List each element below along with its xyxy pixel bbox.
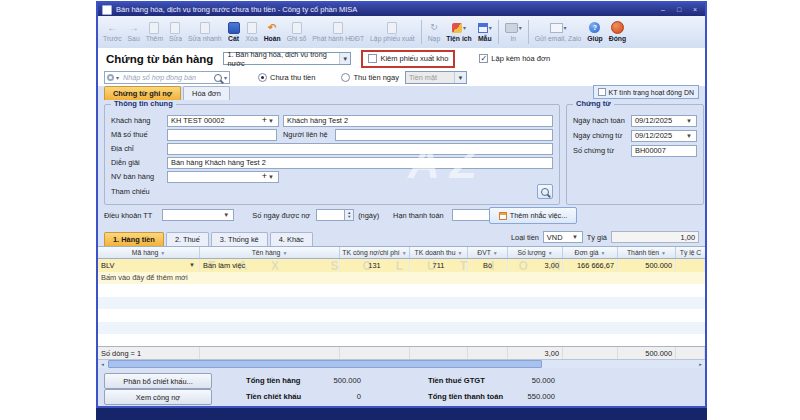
doc-no-field[interactable]: BH00007 — [631, 145, 697, 157]
payment-method-select[interactable]: Tiền mặt ▼ — [405, 71, 467, 84]
column-header-tk-doanh-thu[interactable]: TK doanh thu▼ — [410, 247, 468, 258]
edit-document-icon — [170, 22, 180, 34]
doc-type-select[interactable]: 1. Bán hàng hóa, dịch vụ trong nước ▼ — [223, 52, 351, 65]
tab-thue[interactable]: 2. Thuế — [166, 232, 209, 246]
discount-value: 0 — [266, 392, 361, 401]
radio-thu-tien-ngay[interactable] — [341, 73, 350, 82]
chevron-down-icon[interactable]: ▼ — [685, 133, 693, 139]
posting-date-field[interactable]: 09/12/2025 ▼ — [631, 115, 697, 127]
salesperson-label: NV bán hàng — [111, 172, 167, 181]
customer-name-field[interactable]: Khách hàng Test 2 — [283, 115, 553, 127]
toolbar-button-cat[interactable]: Cất — [226, 18, 242, 47]
toolbar-button-xoa[interactable]: Xóa — [244, 18, 260, 47]
terms-label: Điều khoản TT — [104, 211, 152, 220]
grid-body: BLV▼ Bàn làm việc 131 711 Bộ 3,00 166 66… — [98, 259, 705, 347]
app-icon — [102, 5, 112, 15]
maximize-button[interactable]: □ — [673, 5, 685, 15]
toolbar-button-hoan[interactable]: ↶Hoàn — [262, 18, 283, 47]
toolbar-button-in[interactable]: ▾In — [503, 18, 524, 47]
add-new-row[interactable]: Bấm vào đây để thêm mới — [98, 272, 705, 285]
export-slip-icon — [387, 22, 397, 34]
contract-search-box[interactable]: ▾ ▾ — [104, 71, 230, 84]
filter-icon[interactable]: ▼ — [160, 250, 165, 256]
column-header-tk-cong-no[interactable]: TK công nợ/chi phí▼ — [340, 247, 410, 258]
toolbar-button-mau[interactable]: ▾Mẫu — [476, 18, 494, 47]
grid-summary-row: Số dòng = 1 3,00 500.000 — [98, 346, 705, 359]
toolbar-button-phat-hanh-hddt[interactable]: Phát hành HĐĐT — [310, 18, 366, 47]
days-suffix: (ngày) — [358, 211, 379, 220]
rate-label: Tỷ giá — [587, 233, 607, 242]
kt-status-check[interactable]: KT tình trạng hoạt động DN — [593, 85, 699, 99]
chevron-down-icon[interactable]: ▼ — [685, 118, 693, 124]
filter-icon[interactable]: ▼ — [601, 250, 606, 256]
chevron-down-icon[interactable]: ▼ — [267, 118, 275, 124]
toolbar-button-giup[interactable]: ?Giúp — [585, 18, 604, 47]
search-input[interactable] — [121, 72, 212, 83]
salesperson-field[interactable]: + ▼ — [167, 171, 279, 183]
customer-code-field[interactable]: KH TEST 00002 + ▼ — [167, 115, 279, 127]
tax-code-field[interactable] — [167, 129, 277, 141]
column-header-thanh-tien[interactable]: Thành tiền▼ — [618, 247, 676, 258]
toolbar-button-truoc[interactable]: ←Trước — [101, 18, 124, 47]
column-header-ten-hang[interactable]: Tên hàng▼ — [200, 247, 340, 258]
note-icon — [499, 212, 507, 220]
radio-chua-thu-tien[interactable] — [258, 73, 267, 82]
toolbar-button-them[interactable]: Thêm — [144, 18, 165, 47]
table-row[interactable]: BLV▼ Bàn làm việc 131 711 Bộ 3,00 166 66… — [98, 259, 705, 272]
kt-checkbox[interactable] — [598, 88, 606, 96]
column-header-don-gia[interactable]: Đơn giá▼ — [563, 247, 618, 258]
tab-chung-tu-ghi-no[interactable]: Chứng từ ghi nợ — [104, 86, 181, 100]
horizontal-scrollbar[interactable]: ◂ ▸ — [98, 359, 705, 368]
doc-date-field[interactable]: 09/12/2025 ▼ — [631, 130, 697, 142]
debt-days-spinner[interactable]: ▲▼ — [316, 209, 354, 221]
minimize-button[interactable]: – — [657, 5, 669, 15]
tab-khac[interactable]: 4. Khác — [270, 232, 313, 246]
scrollbar-thumb[interactable] — [108, 360, 542, 368]
tab-hoa-don[interactable]: Hóa đơn — [183, 86, 230, 100]
toolbar-button-sua[interactable]: Sửa — [167, 18, 184, 47]
toolbar-button-gui-email[interactable]: ▾Gửi email, Zalo — [533, 18, 583, 47]
chevron-down-icon[interactable]: ▼ — [188, 262, 196, 268]
column-header-dvt[interactable]: ĐVT▼ — [468, 247, 508, 258]
toolbar-button-lap-phieu-xuat[interactable]: Lập phiếu xuất — [368, 18, 417, 47]
column-header-so-luong[interactable]: Số lượng▼ — [508, 247, 563, 258]
toolbar-button-sua-nhanh[interactable]: Sửa nhanh — [186, 18, 224, 47]
chevron-down-icon: ▾ — [519, 24, 522, 31]
contact-field[interactable] — [335, 129, 553, 141]
chevron-down-icon[interactable]: ▼ — [267, 174, 275, 180]
scroll-right-icon[interactable]: ▸ — [696, 360, 705, 368]
column-header-ty-le[interactable]: Tỷ lệ C — [676, 247, 705, 258]
view-debt-button[interactable]: Xem công nợ — [104, 389, 212, 405]
scroll-left-icon[interactable]: ◂ — [98, 360, 107, 368]
print-icon — [505, 23, 518, 33]
toolbar-button-tien-ich[interactable]: ▾Tiện ích — [444, 18, 474, 47]
add-reminder-button[interactable]: Thêm nhắc việc... — [489, 207, 577, 224]
reference-search-button[interactable] — [537, 184, 553, 199]
description-field[interactable]: Bán hàng Khách hàng Test 2 — [167, 157, 553, 169]
tab-hang-tien[interactable]: 1. Hàng tiền — [104, 232, 164, 246]
toolbar-button-ghi-so[interactable]: Ghi sổ — [285, 18, 309, 47]
spinner-arrows-icon[interactable]: ▲▼ — [344, 210, 353, 220]
filter-icon[interactable]: ▼ — [493, 250, 498, 256]
toolbar-button-sau[interactable]: →Sau — [126, 18, 142, 47]
lap-kem-checkbox[interactable]: ✓ — [479, 54, 488, 63]
filter-icon[interactable]: ▼ — [457, 250, 462, 256]
tab-thong-ke[interactable]: 3. Thống kê — [211, 232, 268, 246]
exchange-rate-field[interactable]: 1,00 — [611, 231, 699, 243]
currency-select[interactable]: VND ▼ — [543, 231, 583, 243]
allocate-discount-button[interactable]: Phân bổ chiết khấu... — [104, 373, 212, 389]
filter-icon[interactable]: ▼ — [548, 250, 553, 256]
toolbar: ←Trước →Sau Thêm Sửa Sửa nhanh Cất Xóa ↶… — [98, 16, 705, 49]
toolbar-separator — [421, 20, 422, 44]
toolbar-button-nap[interactable]: ↻Nạp — [426, 18, 442, 47]
kiem-phieu-checkbox[interactable] — [368, 54, 377, 63]
filter-icon[interactable]: ▼ — [282, 250, 287, 256]
filter-icon[interactable]: ▼ — [402, 250, 407, 256]
address-field[interactable] — [167, 143, 553, 155]
toolbar-button-dong[interactable]: Đóng — [607, 18, 628, 47]
close-button[interactable]: × — [689, 5, 701, 15]
filter-icon[interactable]: ▼ — [661, 250, 666, 256]
column-header-ma-hang[interactable]: Mã hàng▼ — [98, 247, 200, 258]
terms-select[interactable]: ▼ — [162, 209, 234, 221]
vat-value: 50.000 — [460, 376, 555, 385]
